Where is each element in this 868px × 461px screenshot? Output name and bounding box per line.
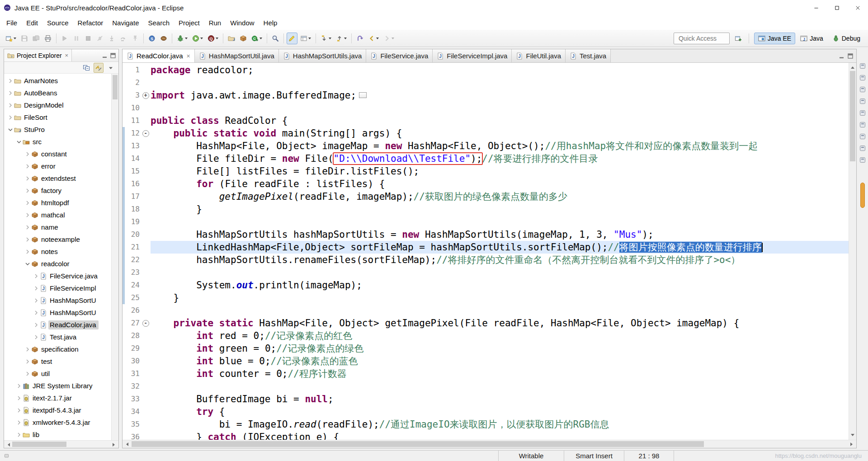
scroll-left-icon[interactable] [123, 440, 130, 448]
line-number[interactable]: 22 [123, 254, 141, 266]
tree-item-src[interactable]: src [4, 136, 111, 148]
tree-item-amarnotes[interactable]: AmarNotes [4, 75, 111, 87]
line-number[interactable]: 21 [123, 241, 141, 254]
line-number[interactable]: 19 [123, 216, 141, 228]
tree-item-constant[interactable]: constant [4, 148, 111, 160]
line-number[interactable]: 25 [123, 292, 141, 304]
menu-edit[interactable]: Edit [22, 16, 42, 29]
editor-tab-fileutil-java[interactable]: JFileUtil.java [512, 49, 566, 62]
line-number[interactable]: 15 [123, 165, 141, 178]
scrollbar-thumb[interactable] [132, 441, 704, 447]
scrollbar-thumb[interactable] [12, 442, 66, 447]
chevron-closed-icon[interactable] [33, 273, 40, 280]
code-line-30[interactable]: 30 int blue = 0;//记录像素点的蓝色 [123, 355, 849, 367]
editor-tab-fileserviceimpl-java[interactable]: JFileServiceImpl.java [433, 49, 512, 62]
servers-view-button[interactable] [858, 97, 867, 106]
chevron-closed-icon[interactable] [7, 114, 14, 121]
chevron-closed-icon[interactable] [33, 297, 40, 304]
line-number[interactable]: 3 [123, 89, 141, 102]
chevron-closed-icon[interactable] [24, 346, 31, 353]
save-button[interactable] [19, 33, 30, 44]
code-line-33[interactable]: 33 BufferedImage bi = null; [123, 393, 849, 405]
tasks-view-button[interactable] [858, 85, 867, 94]
code-line-2[interactable]: 2 [123, 76, 849, 89]
tree-item-fileservice-java[interactable]: JFileService.java [4, 270, 111, 282]
line-number[interactable]: 31 [123, 367, 141, 380]
chevron-closed-icon[interactable] [33, 334, 40, 341]
line-number[interactable]: 18 [123, 203, 141, 216]
save-all-button[interactable] [31, 33, 42, 44]
tree-item-itextpdf-5-4-3-jar[interactable]: itextpdf-5.4.3.jar [4, 404, 111, 416]
scrollbar-thumb[interactable] [113, 75, 118, 99]
tree-item-htmltopdf[interactable]: htmltopdf [4, 197, 111, 209]
chevron-closed-icon[interactable] [24, 163, 31, 170]
chevron-closed-icon[interactable] [24, 151, 31, 158]
line-number[interactable]: 13 [123, 140, 141, 152]
run-button[interactable] [190, 33, 205, 44]
explorer-view-tab[interactable]: Project Explorer × [4, 49, 72, 61]
editor-vertical-scrollbar[interactable] [849, 63, 856, 440]
menu-project[interactable]: Project [174, 16, 204, 29]
menu-source[interactable]: Source [42, 16, 73, 29]
step-over-button[interactable] [118, 33, 129, 44]
tree-item-designmodel[interactable]: DesignModel [4, 99, 111, 111]
editor-tab-readcolor-java[interactable]: JReadColor.java× [123, 49, 195, 62]
code-line-29[interactable]: 29 int green = 0;//记录像素点的绿色 [123, 342, 849, 355]
suspend-button[interactable] [71, 33, 82, 44]
chevron-closed-icon[interactable] [24, 224, 31, 231]
maximize-button[interactable] [826, 0, 847, 15]
chevron-closed-icon[interactable] [33, 321, 40, 329]
overview-scroll-marker[interactable] [860, 183, 865, 208]
menu-file[interactable]: File [2, 16, 22, 29]
tree-item-hashmapsortu[interactable]: JHashMapSortU [4, 294, 111, 306]
forward-button[interactable] [382, 33, 396, 44]
scroll-up-icon[interactable] [849, 63, 856, 71]
chevron-closed-icon[interactable] [15, 419, 23, 426]
resume-button[interactable] [59, 33, 70, 44]
menu-run[interactable]: Run [204, 16, 226, 29]
line-number[interactable]: 24 [123, 279, 141, 292]
chevron-closed-icon[interactable] [7, 102, 14, 109]
line-number[interactable]: 23 [123, 266, 141, 279]
chevron-closed-icon[interactable] [24, 358, 31, 365]
chevron-closed-icon[interactable] [7, 77, 14, 85]
terminate-button[interactable] [83, 33, 94, 44]
tree-item-specification[interactable]: specification [4, 343, 111, 355]
menu-window[interactable]: Window [226, 16, 259, 29]
fold-plus-icon[interactable]: + [141, 89, 151, 102]
fold-minus-icon[interactable]: - [141, 127, 151, 140]
new-java-project-button[interactable]: J [226, 33, 237, 44]
close-button[interactable] [847, 0, 868, 15]
link-with-editor-button[interactable] [94, 63, 104, 73]
line-number[interactable]: 2 [123, 76, 141, 89]
console-view-button[interactable] [858, 132, 867, 141]
tree-item-filesort[interactable]: FileSort [4, 111, 111, 123]
close-view-icon[interactable]: × [65, 52, 69, 59]
code-line-24[interactable]: 24 System.out.println(imageMap); [123, 279, 849, 292]
line-number[interactable]: 28 [123, 329, 141, 342]
step-return-button[interactable] [130, 33, 141, 44]
menu-search[interactable]: Search [143, 16, 174, 29]
code-line-25[interactable]: 25 } [123, 292, 849, 304]
menu-refactor[interactable]: Refactor [73, 16, 108, 29]
chevron-closed-icon[interactable] [24, 236, 31, 243]
tree-item-fileserviceimpl[interactable]: JFileServiceImpl [4, 282, 111, 294]
tree-item-notes[interactable]: notes [4, 245, 111, 258]
debug-button[interactable] [175, 33, 189, 44]
tree-item-readcolor[interactable]: readcolor [4, 258, 111, 270]
menu-help[interactable]: Help [259, 16, 282, 29]
last-edit-location-button[interactable] [354, 33, 365, 44]
collapse-all-button[interactable] [81, 63, 91, 73]
explorer-horizontal-scrollbar[interactable] [4, 440, 118, 448]
code-line-35[interactable]: 35 bi = ImageIO.read(readFile);//通过Image… [123, 418, 849, 431]
minimize-editor-icon[interactable] [838, 52, 845, 60]
code-line-21[interactable]: 21 LinkedHashMap<File,Object> sortFileMa… [123, 241, 849, 254]
data-explorer-view-button[interactable] [858, 108, 867, 118]
scroll-down-icon[interactable] [849, 432, 856, 440]
code-line-14[interactable]: 14 File fileDir = new File("D:\\Download… [123, 152, 849, 165]
scrollbar-thumb[interactable] [850, 71, 855, 161]
code-line-3[interactable]: 3+import java.awt.image.BufferedImage; [123, 89, 849, 102]
tree-item-name[interactable]: name [4, 221, 111, 233]
tree-item-jre-system-library[interactable]: JRE System Library [4, 380, 111, 392]
tree-item-mathcal[interactable]: mathcal [4, 209, 111, 221]
